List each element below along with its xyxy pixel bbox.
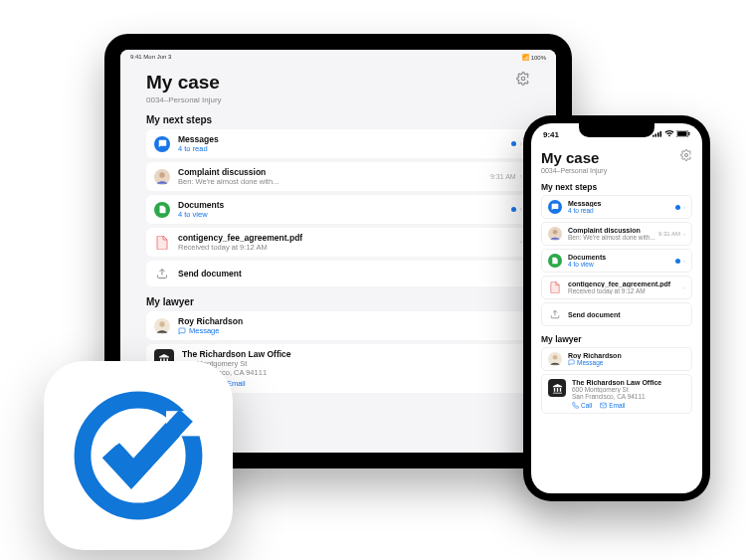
settings-icon[interactable] [680, 149, 692, 161]
documents-subtitle: 4 to view [178, 210, 511, 219]
unread-dot-icon [511, 141, 516, 146]
office-name: The Richardson Law Office [572, 379, 685, 386]
app-launcher-icon [44, 361, 233, 550]
messages-icon [548, 200, 562, 214]
complaint-row[interactable]: Complaint discussionBen: We're almost do… [541, 222, 692, 246]
chevron-right-icon: › [520, 140, 522, 147]
pdf-row[interactable]: contigency_fee_agreement.pdfReceived tod… [541, 276, 692, 299]
svg-rect-12 [677, 131, 686, 136]
message-lawyer-button[interactable]: Message [178, 326, 522, 335]
svg-rect-8 [654, 133, 656, 136]
messages-row[interactable]: Messages4 to read › [541, 195, 692, 219]
tablet-status-bar: 9:41 Mon Jun 3 📶 100% [120, 50, 556, 64]
documents-icon [154, 202, 170, 218]
messages-subtitle: 4 to read [178, 144, 511, 153]
settings-icon[interactable] [516, 72, 530, 86]
call-office-button[interactable]: Call [572, 402, 592, 409]
chevron-right-icon: › [683, 204, 685, 210]
messages-row[interactable]: Messages 4 to read › [146, 129, 530, 158]
upload-icon [548, 307, 562, 321]
status-right: 📶 100% [522, 54, 546, 61]
status-indicators [653, 130, 690, 139]
lawyer-name: Roy Richardson [178, 316, 522, 326]
phone-content: My case 0034–Personal Injury My next ste… [531, 145, 702, 493]
send-document-title: Send document [568, 311, 685, 318]
svg-rect-7 [653, 134, 654, 136]
svg-point-5 [159, 321, 164, 326]
office-addr1: 600 Montgomery St [572, 386, 685, 393]
svg-point-2 [159, 172, 164, 177]
page-header: My case 0034–Personal Injury [146, 72, 530, 104]
office-addr1: 600 Montgomery St [182, 359, 522, 368]
messages-subtitle: 4 to read [568, 207, 675, 214]
status-time: 9:41 [543, 130, 559, 139]
lawyer-row[interactable]: Roy Richardson Message [541, 347, 692, 371]
complaint-time: 9:31 AM [658, 231, 680, 237]
ben-avatar [154, 169, 170, 185]
chevron-right-icon: › [683, 231, 685, 237]
pdf-title: contigency_fee_agreement.pdf [178, 233, 520, 243]
send-document-row[interactable]: Send document [146, 261, 530, 286]
message-lawyer-button[interactable]: Message [568, 359, 685, 366]
documents-row[interactable]: Documents 4 to view › [146, 195, 530, 224]
pdf-subtitle: Received today at 9:12 AM [178, 243, 520, 252]
pdf-row[interactable]: contigency_fee_agreement.pdf Received to… [146, 228, 530, 257]
send-document-row[interactable]: Send document [541, 302, 692, 326]
complaint-time: 9:31 AM [490, 173, 516, 180]
status-left: 9:41 Mon Jun 3 [130, 54, 171, 60]
pdf-file-icon [548, 280, 562, 294]
messages-title: Messages [568, 200, 675, 207]
office-addr2: San Francisco, CA 94111 [572, 393, 685, 400]
phone-screen: 9:41 My case 0034–Personal Injury My nex… [531, 123, 702, 493]
page-header: My case 0034–Personal Injury [541, 149, 692, 174]
page-subtitle: 0034–Personal Injury [146, 95, 222, 104]
law-office-row[interactable]: The Richardson Law Office 600 Montgomery… [541, 374, 692, 414]
upload-icon [154, 266, 170, 281]
svg-rect-13 [688, 131, 689, 135]
phone-device: 9:41 My case 0034–Personal Injury My nex… [523, 115, 710, 501]
section-next-steps-title: My next steps [146, 114, 530, 125]
complaint-subtitle: Ben: We're almost done with... [568, 234, 658, 241]
page-title: My case [541, 149, 607, 166]
lawyer-name: Roy Richardson [568, 352, 685, 359]
documents-subtitle: 4 to view [568, 261, 675, 268]
unread-dot-icon [675, 205, 680, 210]
documents-icon [548, 254, 562, 268]
clio-check-icon [69, 386, 208, 525]
chevron-right-icon: › [683, 258, 685, 264]
roy-avatar [154, 318, 170, 334]
messages-icon [154, 136, 170, 152]
documents-title: Documents [568, 254, 675, 261]
roy-avatar [548, 352, 562, 366]
page-title: My case [146, 72, 222, 93]
messages-title: Messages [178, 134, 511, 144]
svg-point-14 [685, 154, 688, 157]
pdf-file-icon [154, 235, 170, 251]
documents-row[interactable]: Documents4 to view › [541, 249, 692, 273]
battery-icon [676, 130, 690, 137]
complaint-subtitle: Ben: We're almost done with... [178, 177, 490, 186]
page-subtitle: 0034–Personal Injury [541, 167, 607, 174]
chevron-right-icon: › [520, 239, 522, 246]
section-my-lawyer-title: My lawyer [146, 296, 530, 307]
documents-title: Documents [178, 200, 511, 210]
send-document-title: Send document [178, 269, 522, 279]
law-office-icon [548, 379, 566, 397]
complaint-title: Complaint discussion [568, 227, 658, 234]
pdf-subtitle: Received today at 9:12 AM [568, 287, 683, 294]
complaint-row[interactable]: Complaint discussion Ben: We're almost d… [146, 162, 530, 191]
pdf-title: contigency_fee_agreement.pdf [568, 280, 683, 287]
svg-point-0 [521, 77, 525, 81]
email-office-button[interactable]: Email [600, 402, 625, 409]
unread-dot-icon [511, 207, 516, 212]
lawyer-row[interactable]: Roy Richardson Message [146, 311, 530, 340]
section-next-steps-title: My next steps [541, 182, 692, 192]
ben-avatar [548, 227, 562, 241]
section-my-lawyer-title: My lawyer [541, 334, 692, 344]
unread-dot-icon [675, 259, 680, 264]
wifi-icon [664, 130, 674, 137]
svg-rect-9 [657, 132, 659, 136]
svg-point-16 [553, 230, 558, 235]
chevron-right-icon: › [683, 284, 685, 290]
phone-notch [579, 123, 654, 137]
